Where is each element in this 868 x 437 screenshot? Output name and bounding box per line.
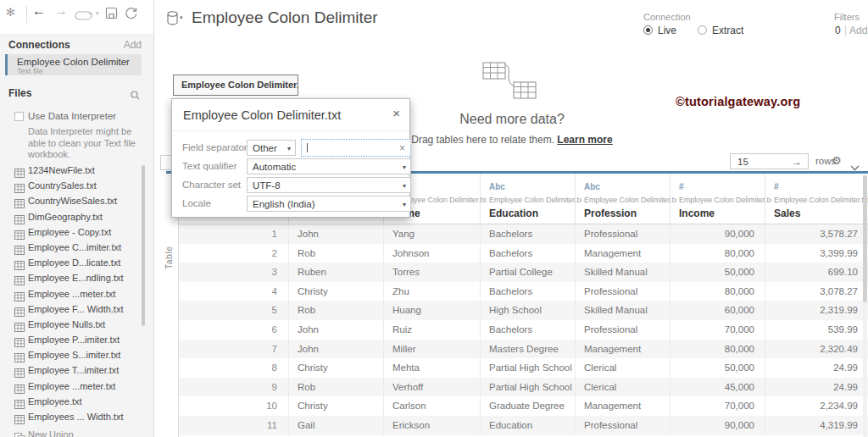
add-connection-link[interactable]: Add — [124, 39, 142, 51]
character-set-select[interactable]: UTF-8 ▾ — [247, 177, 411, 193]
column-header-sales[interactable]: # Employee Colon Delimiter.txt Sales — [765, 174, 868, 224]
first-name-cell: John — [289, 320, 384, 340]
rows-count-input[interactable]: 15 → — [730, 153, 809, 169]
table-row: 5 Rob Huang High School Skilled Manual 6… — [179, 301, 868, 320]
first-name-cell: Christy — [289, 396, 384, 416]
first-name-cell: John — [289, 224, 384, 244]
datasource-icon[interactable] — [167, 11, 178, 29]
file-item[interactable]: 1234NewFile.txt — [0, 163, 153, 179]
connection-mode-label: Connection — [643, 12, 691, 22]
field-separator-label: Field separator — [182, 142, 248, 152]
number-type-icon: # — [679, 182, 684, 191]
datasource-caret-icon[interactable]: ▾ — [180, 14, 183, 21]
relate-tables-icon — [480, 51, 539, 105]
row-number-cell: 8 — [179, 358, 289, 378]
canvas-table-chip[interactable]: Employee Colon Delimiter.... — [173, 75, 298, 96]
filters-heading: Filters — [834, 12, 860, 22]
name-cell: Zhu — [384, 282, 481, 301]
column-source: Employee Colon Delimiter.txt — [774, 196, 868, 204]
first-name-cell: Christy — [289, 282, 384, 301]
forward-button[interactable]: → — [54, 3, 68, 19]
education-cell: High School — [481, 301, 576, 320]
sales-cell: 2,234.99 — [765, 396, 868, 416]
locale-select[interactable]: English (India) ▾ — [247, 196, 411, 212]
live-radio[interactable] — [643, 25, 653, 35]
field-separator-input[interactable]: × — [301, 139, 411, 157]
data-interpreter-label: Use Data Interpreter — [28, 111, 116, 121]
connection-item[interactable]: Employee Colon Delimiter Text file — [5, 54, 142, 75]
toolbar: ✻ ← → ▾ — [0, 0, 153, 34]
education-cell: Bachelors — [481, 224, 576, 244]
income-cell: 70,000 — [670, 396, 765, 416]
income-cell: 90,000 — [670, 416, 765, 435]
back-button[interactable]: ← — [32, 3, 46, 19]
character-set-row: Character set UTF-8 ▾ — [182, 177, 401, 193]
dialog-divider — [172, 130, 409, 131]
text-qualifier-select[interactable]: Automatic ▾ — [247, 158, 411, 174]
column-header-profession[interactable]: Abc Employee Colon Delimiter.txt Profess… — [576, 174, 670, 224]
grid-scrollbar[interactable] — [863, 175, 867, 437]
locale-row: Locale English (India) ▾ — [182, 196, 401, 212]
learn-more-link[interactable]: Learn more — [557, 134, 612, 146]
extract-radio[interactable] — [698, 25, 707, 35]
file-item[interactable]: Employee - Copy.txt — [0, 225, 153, 241]
file-item[interactable]: Employee Nulls.txt — [0, 318, 153, 333]
character-set-label: Character set — [182, 180, 241, 190]
extract-label[interactable]: Extract — [712, 25, 743, 36]
sidebar: Connections Add Employee Colon Delimiter… — [0, 34, 153, 437]
file-item[interactable]: DimGeography.txt — [0, 210, 153, 225]
file-item[interactable]: Employee P...imiter.txt — [0, 333, 153, 348]
new-union-item[interactable]: New Union — [0, 428, 153, 437]
file-item[interactable]: Employee C...imiter.txt — [0, 241, 153, 256]
column-header-education[interactable]: Abc Employee Colon Delimiter.txt Educati… — [481, 174, 576, 224]
file-item[interactable]: CountrySales.txt — [0, 179, 153, 194]
start-over-caret-icon[interactable]: ▾ — [96, 10, 99, 17]
sales-cell: 2,320.49 — [765, 340, 868, 359]
row-number-cell: 4 — [179, 282, 289, 301]
start-over-icon[interactable] — [75, 9, 94, 25]
files-scrollbar[interactable] — [142, 165, 145, 326]
field-separator-select[interactable]: Other ▾ — [247, 140, 296, 156]
locale-label: Locale — [182, 198, 211, 208]
row-number-cell: 7 — [179, 340, 289, 359]
connection-name: Employee Colon Delimiter — [17, 57, 130, 67]
column-header-income[interactable]: # Employee Colon Delimiter.txt Income — [670, 174, 765, 224]
connection-type: Text file — [17, 67, 43, 75]
file-item[interactable]: Employee D...licate.txt — [0, 256, 153, 271]
tableau-logo-icon[interactable]: ✻ — [6, 6, 15, 19]
file-item[interactable]: Employee ...meter.txt — [0, 379, 153, 395]
file-item[interactable]: Employee ...meter.txt — [0, 287, 153, 302]
character-set-value: UTF-8 — [253, 180, 281, 191]
file-item[interactable]: Employee F... Width.txt — [0, 302, 153, 318]
income-cell: 50,000 — [670, 263, 765, 282]
file-item[interactable]: Employee T...imiter.txt — [0, 363, 153, 379]
name-cell: Ruiz — [384, 320, 481, 340]
name-cell: Johnson — [384, 244, 481, 263]
file-item[interactable]: Employee E...ndling.txt — [0, 271, 153, 286]
select-caret-icon: ▾ — [403, 182, 406, 190]
file-item[interactable]: Employee.txt — [0, 395, 153, 410]
clear-icon[interactable]: × — [399, 142, 405, 154]
grid-scrollbar-thumb[interactable] — [863, 175, 867, 302]
income-cell: 50,000 — [670, 358, 765, 378]
data-interpreter-checkbox[interactable] — [14, 112, 24, 121]
table-pane-label[interactable]: Table — [164, 220, 177, 269]
row-number-cell: 1 — [179, 224, 289, 244]
live-label[interactable]: Live — [658, 25, 676, 36]
refresh-icon[interactable] — [125, 6, 138, 23]
search-icon[interactable] — [131, 88, 140, 103]
rows-apply-arrow-icon[interactable]: → — [792, 156, 802, 168]
save-icon[interactable] — [105, 7, 118, 23]
grid-body: 1 John Yang Bachelors Professional 90,00… — [179, 224, 868, 435]
text-cursor — [307, 143, 308, 152]
name-cell: Huang — [384, 301, 481, 320]
education-cell: Bachelors — [481, 320, 576, 340]
sales-cell: 2,319.99 — [765, 301, 868, 320]
close-icon[interactable]: × — [392, 106, 400, 120]
gear-icon[interactable]: ⚙ — [832, 154, 842, 167]
file-item[interactable]: Employee S...imiter.txt — [0, 348, 153, 363]
file-item[interactable]: Employees ... Width.txt — [0, 410, 153, 425]
file-item[interactable]: CountryWiseSales.txt — [0, 194, 153, 209]
filters-add-link[interactable]: Add — [849, 25, 867, 36]
income-cell: 70,000 — [670, 320, 765, 340]
